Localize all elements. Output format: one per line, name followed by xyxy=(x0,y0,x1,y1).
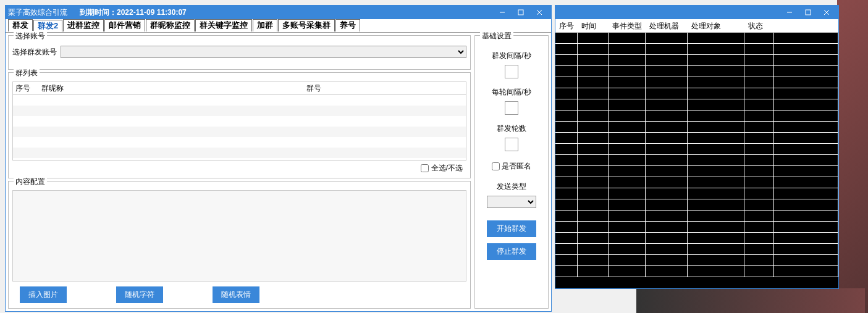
minimize-button[interactable] xyxy=(493,6,512,19)
tabs: 群发群发2进群监控邮件营销群昵称监控群关键字监控加群多账号采集群养号 xyxy=(6,19,551,33)
tab-3[interactable]: 邮件营销 xyxy=(104,19,145,31)
stop-button[interactable]: 停止群发 xyxy=(487,243,536,260)
rounds-label: 群发轮数 xyxy=(479,123,544,134)
log-col-status: 状态 xyxy=(744,19,774,32)
app-title: 栗子高效综合引流 xyxy=(8,7,67,18)
select-all-label: 全选/不选 xyxy=(431,164,463,172)
svg-rect-1 xyxy=(518,10,523,15)
log-col-bot: 处理机器人 xyxy=(646,19,688,32)
content-box-title: 内容配置 xyxy=(14,177,47,187)
account-groupbox: 选择账号 选择群发账号 xyxy=(8,35,471,70)
rounds-input[interactable] xyxy=(505,138,518,151)
send-type-select[interactable] xyxy=(487,196,536,208)
send-interval-input[interactable] xyxy=(505,65,518,78)
col-groupid: 群号 xyxy=(305,83,466,94)
log-grid[interactable] xyxy=(555,33,838,288)
grouplist-box-title: 群列表 xyxy=(14,68,40,78)
col-index: 序号 xyxy=(13,83,40,94)
content-textarea[interactable] xyxy=(12,190,466,282)
tab-2[interactable]: 进群监控 xyxy=(63,19,104,31)
send-interval-label: 群发间隔/秒 xyxy=(479,51,544,61)
start-button[interactable]: 开始群发 xyxy=(487,220,536,237)
close-button[interactable] xyxy=(530,6,549,19)
maximize-button[interactable] xyxy=(512,6,530,19)
account-select-label: 选择群发账号 xyxy=(12,47,57,57)
tab-1[interactable]: 群发2 xyxy=(33,20,62,32)
send-type-label: 发送类型 xyxy=(479,182,544,192)
log-close-button[interactable] xyxy=(817,6,836,19)
col-nickname: 群昵称 xyxy=(40,83,305,94)
round-interval-label: 每轮间隔/秒 xyxy=(479,87,544,98)
grouplist-body[interactable] xyxy=(12,95,466,161)
content-groupbox: 内容配置 插入图片 随机字符 随机表情 xyxy=(8,181,471,309)
main-window: 栗子高效综合引流 到期时间：2022-11-09 11:30:07 群发群发2进… xyxy=(5,5,552,312)
log-col-time: 时间 xyxy=(578,19,609,32)
tab-5[interactable]: 群关键字监控 xyxy=(195,19,252,31)
grouplist-groupbox: 群列表 序号 群昵称 群号 全选/不选 xyxy=(8,72,471,178)
log-col-target: 处理对象（群） xyxy=(688,19,744,32)
account-select[interactable] xyxy=(61,46,466,58)
grouplist-header: 序号 群昵称 群号 xyxy=(12,81,466,95)
tab-4[interactable]: 群昵称监控 xyxy=(146,19,195,31)
insert-image-button[interactable]: 插入图片 xyxy=(20,286,67,303)
settings-groupbox: 基础设置 群发间隔/秒 每轮间隔/秒 群发轮数 是否匿名 xyxy=(474,35,549,309)
tab-7[interactable]: 多账号采集群 xyxy=(278,19,335,31)
log-titlebar xyxy=(555,6,838,19)
svg-rect-5 xyxy=(806,10,811,15)
log-col-event: 事件类型 xyxy=(609,19,646,32)
select-all-checkbox[interactable] xyxy=(421,164,429,172)
settings-box-title: 基础设置 xyxy=(480,31,513,41)
tab-6[interactable]: 加群 xyxy=(253,19,277,31)
log-minimize-button[interactable] xyxy=(780,6,799,19)
anonymous-label: 是否匿名 xyxy=(502,162,531,170)
random-emoji-button[interactable]: 随机表情 xyxy=(213,286,259,303)
anonymous-checkbox[interactable] xyxy=(492,162,500,170)
account-box-title: 选择账号 xyxy=(14,31,47,41)
titlebar: 栗子高效综合引流 到期时间：2022-11-09 11:30:07 xyxy=(6,6,551,19)
tab-0[interactable]: 群发 xyxy=(8,19,33,31)
expire-info: 到期时间：2022-11-09 11:30:07 xyxy=(80,7,493,18)
log-maximize-button[interactable] xyxy=(799,6,817,19)
log-window: 序号 时间 事件类型 处理机器人 处理对象（群） 状态 xyxy=(555,5,839,289)
log-col-index: 序号 xyxy=(555,19,578,32)
random-text-button[interactable]: 随机字符 xyxy=(116,286,163,303)
round-interval-input[interactable] xyxy=(505,101,518,115)
tab-8[interactable]: 养号 xyxy=(335,19,360,31)
log-header: 序号 时间 事件类型 处理机器人 处理对象（群） 状态 xyxy=(555,19,838,33)
